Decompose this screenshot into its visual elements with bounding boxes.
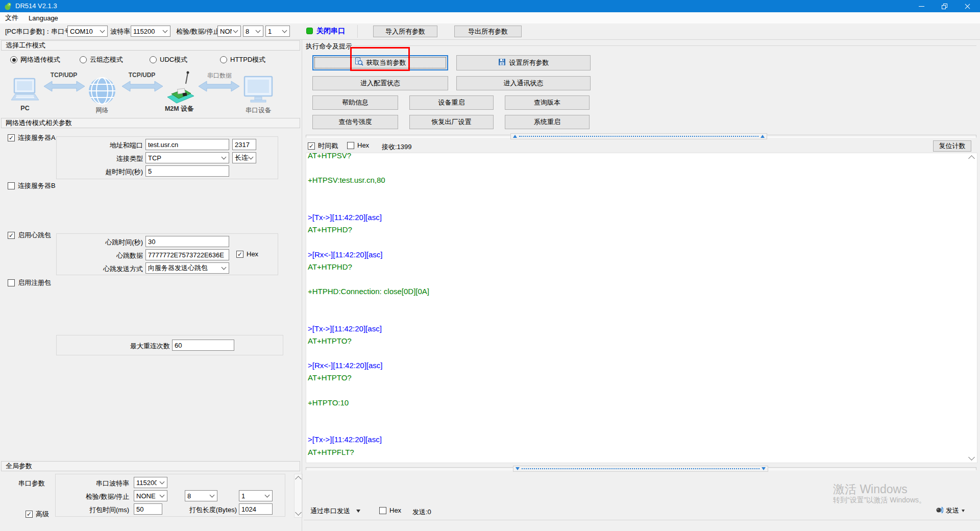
log-line: AT+HTPTO? <box>308 372 966 384</box>
heartbeat-checkbox[interactable]: ✓ 启用心跳包 <box>8 231 51 240</box>
log-lines: AT+HTPSV?+HTPSV:test.usr.cn,80>[Tx->][11… <box>308 153 966 458</box>
log-line <box>308 236 966 248</box>
bottom-slider-thumb[interactable] <box>513 466 768 472</box>
send-button[interactable]: 发送 <box>935 505 965 516</box>
pack-time-input[interactable]: 50 <box>134 503 162 515</box>
minimize-button[interactable] <box>910 0 933 12</box>
heartbeat-mode-select[interactable]: 向服务器发送心跳包 <box>145 262 229 274</box>
checkbox-icon <box>8 279 15 286</box>
send-via-serial-button[interactable]: 通过串口发送 <box>310 506 360 516</box>
top-slider-thumb[interactable] <box>510 133 767 139</box>
timeout-label: 超时时间(秒) <box>57 167 143 177</box>
slider-handle-icon <box>513 135 517 138</box>
serial-parity-select[interactable]: NONE <box>134 490 167 501</box>
enter-config-state-button[interactable]: 进入配置状态 <box>312 76 448 90</box>
link3-label: 串口数据 <box>204 71 235 80</box>
right-panel: 执行命令及提示 获取当前参数 设置所有参数 进入配置状态 进入通讯状态 帮助信息… <box>304 40 980 531</box>
toolbar: [PC串口参数]：串口号 COM10 波特率 115200 检验/数据/停止 N… <box>0 23 980 39</box>
server-a-address-input[interactable]: test.usr.cn <box>145 139 229 150</box>
log-line <box>308 273 966 285</box>
checkbox-icon <box>8 182 15 189</box>
chevron-down-icon <box>163 28 168 33</box>
advanced-label: 高级 <box>36 510 49 519</box>
import-all-params-button[interactable]: 导入所有参数 <box>373 26 437 37</box>
query-version-button[interactable]: 查询版本 <box>505 95 590 110</box>
baud-label: 波特率 <box>110 27 130 36</box>
databits-value: 8 <box>246 28 249 35</box>
serial-databits-select[interactable]: 8 <box>185 490 217 501</box>
factory-reset-button[interactable]: 恢复出厂设置 <box>409 115 494 129</box>
pack-time-label: 打包时间(ms) <box>56 505 129 515</box>
heartbeat-time-label: 心跳时间(秒) <box>57 238 143 247</box>
register-checkbox[interactable]: 启用注册包 <box>8 278 51 287</box>
scroll-up-icon[interactable] <box>295 476 302 482</box>
radio-udc-mode[interactable]: UDC模式 <box>150 55 187 64</box>
conn-mode-select[interactable]: 长连接 <box>232 152 256 163</box>
databits-select[interactable]: 8 <box>243 26 263 37</box>
server-a-label: 连接服务器A <box>18 133 56 142</box>
restore-button[interactable] <box>933 0 956 12</box>
radio-label: 网络透传模式 <box>20 55 60 64</box>
baud-select[interactable]: 115200 <box>131 26 170 37</box>
menu-language[interactable]: Language <box>23 12 63 23</box>
close-button[interactable] <box>956 0 979 12</box>
system-restart-button[interactable]: 系统重启 <box>505 115 590 129</box>
heartbeat-mode-label: 心跳发送方式 <box>57 264 143 274</box>
help-info-button[interactable]: 帮助信息 <box>312 95 398 110</box>
heartbeat-data-input[interactable]: 7777772E7573722E636E <box>145 249 229 260</box>
menubar: 文件 Language <box>0 12 980 23</box>
radio-icon <box>150 56 157 63</box>
timestamp-checkbox[interactable]: ✓ 时间戳 <box>308 141 338 151</box>
parity-value: NONE <box>220 28 232 35</box>
commands-header-line <box>353 45 976 46</box>
query-signal-button[interactable]: 查信号强度 <box>312 115 398 129</box>
chevron-down-icon <box>222 155 227 160</box>
slider-dotted-line <box>522 468 760 469</box>
heartbeat-label: 启用心跳包 <box>18 231 51 240</box>
timeout-input[interactable]: 5 <box>145 165 229 177</box>
checkbox-icon: ✓ <box>8 134 15 141</box>
link2-label: TCP/UDP <box>125 71 159 79</box>
device-restart-button[interactable]: 设备重启 <box>409 95 494 110</box>
com-port-select[interactable]: COM10 <box>67 26 108 37</box>
titlebar: DR514 V2.1.3 <box>0 0 980 12</box>
log-line <box>308 187 966 199</box>
menu-file[interactable]: 文件 <box>0 12 23 23</box>
scroll-down-icon[interactable] <box>295 509 302 516</box>
close-port-button[interactable]: 关闭串口 <box>316 27 345 36</box>
reconnect-input[interactable]: 60 <box>172 340 234 351</box>
reconnect-panel: 最大重连次数 60 <box>56 335 283 355</box>
serial-stopbits-select[interactable]: 1 <box>239 490 273 501</box>
serial-baud-select[interactable]: 115200 <box>134 477 167 488</box>
log-scroll-down-icon[interactable] <box>968 454 975 461</box>
radio-cloud-scada-mode[interactable]: 云组态模式 <box>80 55 123 64</box>
chevron-down-icon <box>233 28 238 33</box>
radio-net-transparent-mode[interactable]: 网络透传模式 <box>10 55 60 64</box>
set-all-params-button[interactable]: 设置所有参数 <box>456 55 591 70</box>
advanced-checkbox[interactable]: ✓ 高级 <box>26 510 49 519</box>
enter-comm-state-button[interactable]: 进入通讯状态 <box>456 76 591 90</box>
export-all-params-button[interactable]: 导出所有参数 <box>454 26 522 37</box>
conn-type-select[interactable]: TCP <box>145 152 229 163</box>
server-b-checkbox[interactable]: 连接服务器B <box>8 181 56 190</box>
send-hex-checkbox[interactable]: Hex <box>379 506 401 514</box>
log-hex-checkbox[interactable]: Hex <box>347 141 369 149</box>
heartbeat-hex-checkbox[interactable]: ✓ Hex <box>236 250 258 258</box>
log-area[interactable]: AT+HTPSV?+HTPSV:test.usr.cn,80>[Tx->][11… <box>306 153 977 463</box>
pack-len-input[interactable]: 1024 <box>239 503 273 515</box>
stopbits-select[interactable]: 1 <box>265 26 290 37</box>
chevron-down-icon <box>265 493 270 498</box>
log-scroll-up-icon[interactable] <box>968 155 975 162</box>
parity-select[interactable]: NONE <box>217 26 241 37</box>
radio-icon <box>80 56 87 63</box>
server-a-port-input[interactable]: 2317 <box>232 139 256 150</box>
reset-counter-button[interactable]: 复位计数 <box>933 140 971 152</box>
global-params-header: 全局参数 <box>1 461 300 471</box>
send-via-serial-label: 通过串口发送 <box>310 506 350 516</box>
server-a-checkbox[interactable]: ✓ 连接服务器A <box>8 133 56 142</box>
heartbeat-time-input[interactable]: 30 <box>145 236 229 247</box>
radio-httpd-mode[interactable]: HTTPD模式 <box>220 55 265 64</box>
slider-dotted-line <box>519 136 758 137</box>
checkbox-icon: ✓ <box>8 232 15 239</box>
sent-counter: 发送:0 <box>412 508 431 517</box>
